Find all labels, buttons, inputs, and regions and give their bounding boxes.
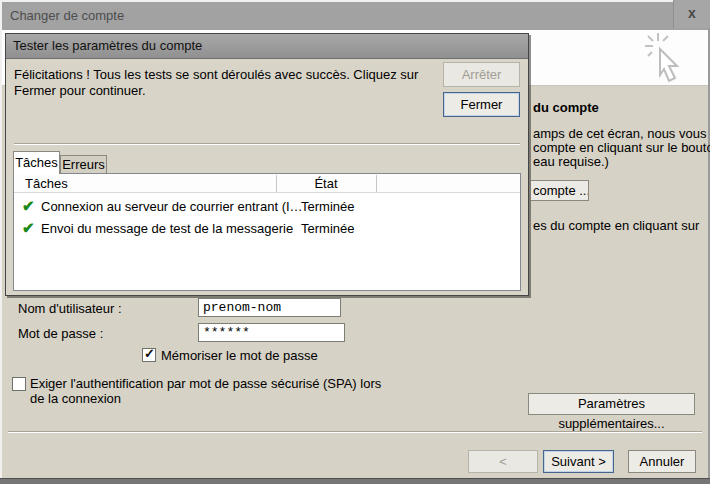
close-icon[interactable]: x [673, 0, 710, 28]
test-dialog-title: Tester les paramètres du compte [13, 38, 202, 53]
right-panel-line2: compte en cliquant sur le bouton [533, 140, 710, 155]
close-test-button[interactable]: Fermer [443, 92, 520, 117]
username-label: Nom d'utilisateur : [18, 301, 122, 316]
task-list: Tâches État ✔ Connexion au serveur de co… [13, 173, 521, 291]
tab-taches[interactable]: Tâches [13, 151, 60, 174]
tab-erreurs[interactable]: Erreurs [60, 155, 107, 174]
column-divider[interactable] [276, 175, 277, 192]
cancel-button[interactable]: Annuler [628, 450, 696, 473]
task-name: Envoi du message de test de la messageri… [41, 221, 293, 236]
green-check-icon: ✔ [22, 197, 35, 215]
right-panel-line4: es du compte en cliquant sur [533, 218, 699, 233]
test-settings-button-fragment[interactable]: compte ... [531, 180, 589, 201]
change-account-window: Changer de compte x du compte amps de ce… [0, 0, 710, 484]
remember-password-label: Mémoriser le mot de passe [161, 348, 318, 363]
spa-checkbox[interactable] [12, 377, 26, 391]
table-row[interactable]: ✔ Connexion au serveur de courrier entra… [14, 196, 520, 218]
right-panel-line1: amps de cet écran, nous vous [533, 126, 706, 141]
column-divider[interactable] [376, 175, 377, 192]
password-field[interactable]: ****** [198, 323, 345, 342]
mouse-cursor-click-icon [640, 32, 692, 89]
green-check-icon: ✔ [22, 219, 35, 237]
task-status: Terminée [301, 221, 354, 236]
username-field[interactable]: prenom-nom [198, 298, 341, 317]
window-title: Changer de compte [10, 8, 124, 23]
column-header-status[interactable]: État [276, 174, 376, 193]
test-success-message: Félicitations ! Tous les tests se sont d… [14, 67, 442, 99]
checkbox-check-icon: ✓ [144, 346, 155, 361]
task-status: Terminée [301, 199, 354, 214]
more-settings-button[interactable]: Paramètres supplémentaires... [528, 393, 695, 415]
column-header-tasks[interactable]: Tâches [25, 174, 68, 193]
window-bottom-border [0, 478, 710, 484]
remember-password-checkbox[interactable]: ✓ [142, 348, 156, 362]
test-dialog-titlebar: Tester les paramètres du compte [6, 34, 528, 59]
footer-separator [8, 431, 702, 433]
password-label: Mot de passe : [18, 326, 103, 341]
task-list-header: Tâches État [14, 174, 520, 193]
test-dialog-separator [14, 143, 520, 145]
right-panel-line3: eau requise.) [533, 154, 609, 169]
task-name: Connexion au serveur de courrier entrant… [41, 199, 303, 214]
window-titlebar: Changer de compte [2, 2, 708, 30]
spa-label-line1: Exiger l'authentification par mot de pas… [30, 376, 381, 391]
back-button: < Précédent [468, 450, 538, 473]
table-row[interactable]: ✔ Envoi du message de test de la message… [14, 218, 520, 240]
right-panel-heading-fragment: du compte [533, 100, 599, 115]
next-button[interactable]: Suivant > [543, 450, 614, 473]
spa-label-line2: de la connexion [30, 391, 121, 406]
stop-button: Arrêter [443, 62, 520, 87]
test-settings-dialog: Tester les paramètres du compte Félicita… [5, 33, 529, 296]
